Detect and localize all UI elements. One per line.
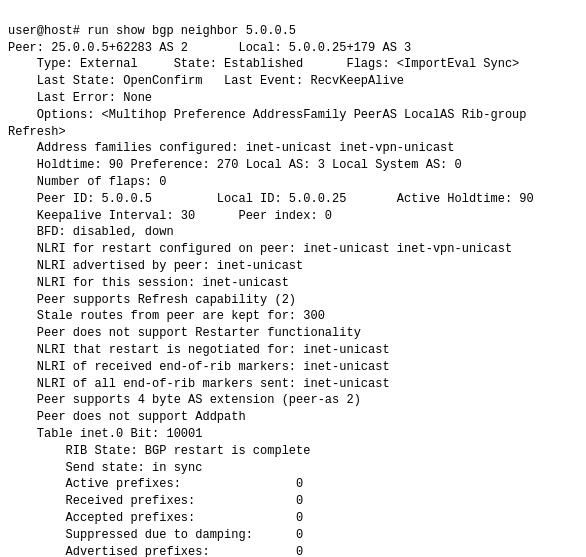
terminal-line: Accepted prefixes: 0: [8, 510, 578, 527]
terminal-line: Last State: OpenConfirm Last Event: Recv…: [8, 73, 578, 90]
terminal-line: NLRI of received end-of-rib markers: ine…: [8, 359, 578, 376]
terminal-line: Suppressed due to damping: 0: [8, 527, 578, 544]
terminal-line: Peer does not support Addpath: [8, 409, 578, 426]
terminal-line: Active prefixes: 0: [8, 476, 578, 493]
terminal-line: Address families configured: inet-unicas…: [8, 140, 578, 157]
terminal-line: NLRI for restart configured on peer: ine…: [8, 241, 578, 258]
terminal-line: Holdtime: 90 Preference: 270 Local AS: 3…: [8, 157, 578, 174]
terminal-line: Peer supports Refresh capability (2): [8, 292, 578, 309]
terminal-line: NLRI advertised by peer: inet-unicast: [8, 258, 578, 275]
terminal-output: user@host# run show bgp neighbor 5.0.0.5…: [8, 6, 578, 557]
terminal-line: Stale routes from peer are kept for: 300: [8, 308, 578, 325]
terminal-line: Received prefixes: 0: [8, 493, 578, 510]
terminal-line: Peer does not support Restarter function…: [8, 325, 578, 342]
terminal-line: Peer ID: 5.0.0.5 Local ID: 5.0.0.25 Acti…: [8, 191, 578, 208]
terminal-line: Peer: 25.0.0.5+62283 AS 2 Local: 5.0.0.2…: [8, 40, 578, 57]
terminal-line: Keepalive Interval: 30 Peer index: 0: [8, 208, 578, 225]
terminal-line: Refresh>: [8, 124, 578, 141]
terminal-line: Type: External State: Established Flags:…: [8, 56, 578, 73]
terminal-line: NLRI of all end-of-rib markers sent: ine…: [8, 376, 578, 393]
terminal-line: NLRI for this session: inet-unicast: [8, 275, 578, 292]
terminal-line: BFD: disabled, down: [8, 224, 578, 241]
terminal-line: RIB State: BGP restart is complete: [8, 443, 578, 460]
terminal-line: NLRI that restart is negotiated for: ine…: [8, 342, 578, 359]
terminal-line: Send state: in sync: [8, 460, 578, 477]
terminal-line: Table inet.0 Bit: 10001: [8, 426, 578, 443]
terminal-line: Number of flaps: 0: [8, 174, 578, 191]
terminal-line: Options: <Multihop Preference AddressFam…: [8, 107, 578, 124]
terminal-line: Advertised prefixes: 0: [8, 544, 578, 558]
terminal-line: user@host# run show bgp neighbor 5.0.0.5: [8, 23, 578, 40]
terminal-line: Last Error: None: [8, 90, 578, 107]
terminal-line: Peer supports 4 byte AS extension (peer-…: [8, 392, 578, 409]
